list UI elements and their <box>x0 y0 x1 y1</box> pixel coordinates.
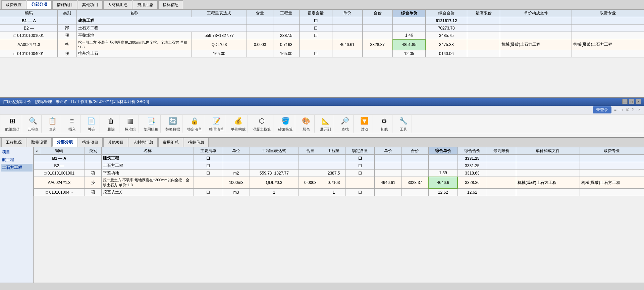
bottom-b1-hj <box>401 155 429 162</box>
shanchu-icon[interactable]: 🗑 <box>106 115 116 126</box>
tab-top-cuoshixiangmu[interactable]: 措施项目 <box>52 0 77 9</box>
tab-top-fenbufenxiang[interactable]: 分部分项 <box>27 0 52 9</box>
bottom-1-zhDj: 1.39 <box>428 170 458 177</box>
bottom-1-name: 平整场地 <box>102 170 194 177</box>
tab-bottom-feiyonghuizong[interactable]: 费用汇总 <box>158 138 183 147</box>
maximize-button[interactable]: □ <box>629 99 634 104</box>
bottom-b2-zyd: ☐ <box>194 162 223 170</box>
danjia-icon[interactable]: 💰 <box>233 115 244 126</box>
bottom-b2-fee <box>580 162 644 170</box>
bottom-row-1[interactable]: □ 010101001001 项 平整场地 ☐ m2 559.73+1827.7… <box>34 170 644 177</box>
bottom-2-name: 挖基坑土方 <box>102 189 194 196</box>
top-b2-lock: ☐ <box>300 25 332 32</box>
bottom-row-b2[interactable]: B2 — 土石方工程 ☐ ☐ 3331.25 <box>34 162 644 170</box>
bottom-b2-code: B2 — <box>34 162 85 170</box>
tab-bottom-qufeishezhi[interactable]: 取费设置 <box>27 138 52 147</box>
top-row-b1[interactable]: B1 — A 建筑工程 ☐ 6121617.12 <box>0 17 644 25</box>
bottom-b1-name: 建筑工程 <box>102 155 194 162</box>
top-row-1[interactable]: □ 010101001001 项 平整场地 559.73+1827.77 238… <box>0 32 644 39</box>
biaozhunzu-icon[interactable]: ▦ <box>125 115 136 126</box>
sidebar-item-xiangmu[interactable]: 项目 <box>1 148 33 156</box>
bottom-b1-zyd: ☐ <box>194 155 223 162</box>
middle-window: 广联达预算计价 - [按标管理 - 未命名 - D:/工作汇报/GTJ2021练… <box>0 97 644 138</box>
th-top-leibie: 类别 <box>57 10 76 17</box>
gongju-icon[interactable]: 🔧 <box>398 115 409 126</box>
qita-icon[interactable]: ⚙ <box>379 115 389 126</box>
bottom-row-2[interactable]: □ 010101004··· 项 挖基坑土方 ☐ m3 1 1 ☐ 12.62 … <box>34 189 644 196</box>
zhankai-icon[interactable]: 📐 <box>320 115 331 126</box>
tab-bottom-fenbufenxiang[interactable]: 分部分项 <box>52 138 77 147</box>
bottom-b2-expr <box>250 162 299 170</box>
chaxun-icon[interactable]: 📋 <box>47 115 58 126</box>
top-next-hl <box>247 50 273 57</box>
toolbar-group-hunningtu: ⬡ 混凝土换算 <box>251 115 273 133</box>
hunningtu-icon[interactable]: ⬡ <box>257 115 267 126</box>
bottom-aa-qty: 0.7163 <box>322 177 345 189</box>
top-1-type: 项 <box>57 32 76 39</box>
tab-top-feiyonghuizong[interactable]: 费用汇总 <box>133 0 158 9</box>
top-1-name: 平整场地 <box>76 32 192 39</box>
top-row-aa[interactable]: AA0024 *1.3 换 挖一般土方 不装车 场地厚度在±300mm以内全挖、… <box>0 39 644 50</box>
top-row-b2[interactable]: B2 — 部 土石方工程 ☐ 70273.78 <box>0 25 644 32</box>
bottom-b2-zhHj: 3331.25 <box>458 162 487 170</box>
bottom-b2-hl <box>299 162 322 170</box>
tihuan-icon[interactable]: 🔄 <box>167 115 178 126</box>
nengzuzujia-icon[interactable]: ⊞ <box>7 115 18 126</box>
minimize-button[interactable]: — <box>622 99 628 104</box>
fuyongzujia-icon[interactable]: 📑 <box>146 115 156 126</box>
top-b2-type: 部 <box>57 25 76 32</box>
bottom-row-aa[interactable]: AA0024 *1.3 换 挖一般土方 不装车 场地厚度在±300mm以内全挖、… <box>34 177 644 189</box>
top-b2-hl <box>247 25 273 32</box>
charu-icon[interactable]: ≡ <box>67 115 77 126</box>
top-b1-zhHj: 6121617.12 <box>426 17 467 25</box>
buchong-icon[interactable]: 📄 <box>86 115 97 126</box>
top-b2-fee <box>572 25 644 32</box>
chazhao-icon[interactable]: 🔎 <box>340 115 351 126</box>
tab-top-zhibiaoxinxi[interactable]: 指标信息 <box>158 0 183 9</box>
bottom-2-dj <box>375 189 401 196</box>
th-bottom-danwei: 单位 <box>223 147 250 155</box>
bottom-aa-type: 换 <box>85 177 101 189</box>
tab-bottom-cuoshixiangmu[interactable]: 措施项目 <box>78 138 103 147</box>
bottom-aa-unit: 1000m3 <box>223 177 250 189</box>
sidebar-item-tushifang[interactable]: 土石方工程 <box>1 164 33 172</box>
yunjiancha-icon[interactable]: 🔍 <box>28 115 39 126</box>
suoding-icon[interactable]: 🔒 <box>189 115 200 126</box>
top-b1-hl <box>247 17 273 25</box>
bottom-2-zyd: ☐ <box>194 189 223 196</box>
close-button[interactable]: × <box>636 99 641 104</box>
toolbar-group-buchong: 📄 补充 <box>83 115 100 133</box>
top-next-name: 挖基坑土石 <box>76 50 192 57</box>
bottom-b1-code: B1 — A <box>34 155 85 162</box>
toolbar-group-shajianghuan: 🪣 砂浆换算 <box>276 115 295 133</box>
tab-bottom-gongchenggaikuang[interactable]: 工程概况 <box>1 138 26 147</box>
corner-expand-button[interactable]: « <box>34 148 40 154</box>
login-button[interactable]: 未登录 <box>593 106 611 113</box>
sidebar-item-hangkong[interactable]: 航工程 <box>1 156 33 164</box>
top-row-next[interactable]: □ 010101004001 项 挖基坑土石 165.00 165.00 ☐ 1… <box>0 50 644 57</box>
guolv-icon[interactable]: 🔽 <box>359 115 370 126</box>
tab-bottom-qitaxiangmu[interactable]: 其他项目 <box>103 138 128 147</box>
top-1-zhDj: 1.46 <box>393 32 426 39</box>
tab-top-qufeishezhi[interactable]: 取费设置 <box>1 0 26 9</box>
top-b1-dj <box>332 17 362 25</box>
tab-bottom-rencaijihuizong[interactable]: 人材机汇总 <box>129 138 158 147</box>
shajianghuan-icon[interactable]: 🪣 <box>280 115 291 126</box>
top-next-qty: 165.00 <box>273 50 299 57</box>
top-next-hj <box>362 50 393 57</box>
bottom-2-zhDj: 12.62 <box>428 189 458 196</box>
bottom-aa-hj: 3328.37 <box>401 177 429 189</box>
bottom-row-b1[interactable]: B1 — A 建筑工程 ☐ ☐ 3331.25 <box>34 155 644 162</box>
top-b1-max <box>467 17 500 25</box>
tab-top-rencaijihuizong[interactable]: 人材机汇总 <box>103 0 132 9</box>
sidebar: 项目 航工程 土石方工程 <box>0 147 34 290</box>
yanse-icon[interactable]: 🎨 <box>301 115 312 126</box>
bottom-b2-lock: ☐ <box>345 162 375 170</box>
bottom-b1-qty <box>322 155 345 162</box>
bottom-window: 工程概况 取费设置 分部分项 措施项目 其他项目 人材机汇总 费用汇总 指标信息… <box>0 138 644 290</box>
zhengli-icon[interactable]: 📝 <box>211 115 222 126</box>
th-top-bianma: 编码 <box>0 10 58 17</box>
tab-bottom-zhibiaoxinxi[interactable]: 指标信息 <box>184 138 209 147</box>
bottom-b1-file <box>516 155 580 162</box>
tab-top-qitaxiangmu[interactable]: 其他项目 <box>78 0 103 9</box>
